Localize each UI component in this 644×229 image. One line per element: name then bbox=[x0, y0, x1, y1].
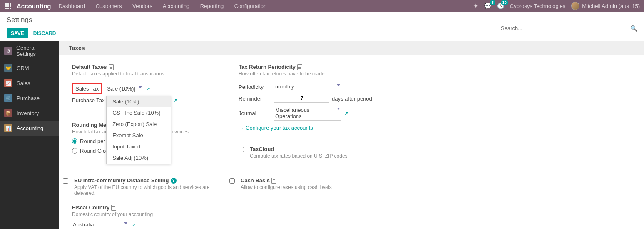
block-title-text: Default Taxes bbox=[72, 64, 107, 70]
arrow-right-icon: → bbox=[239, 125, 244, 131]
fiscal-country-select[interactable]: Australia bbox=[72, 221, 128, 229]
block-desc: How often tax returns have to be made bbox=[239, 71, 397, 77]
section-header-taxes: Taxes bbox=[59, 41, 644, 55]
block-desc: Default taxes applied to local transacti… bbox=[72, 71, 230, 77]
menu-reporting[interactable]: Reporting bbox=[200, 3, 224, 9]
page-title: Settings bbox=[7, 16, 500, 24]
round-globally-radio[interactable] bbox=[72, 148, 77, 154]
sidebar-item-label: General Settings bbox=[16, 45, 55, 57]
eu-distance-checkbox[interactable] bbox=[63, 178, 68, 184]
search-box[interactable]: 🔍 bbox=[500, 23, 637, 33]
periodicity-value: monthly bbox=[275, 83, 294, 90]
journal-label: Journal bbox=[239, 110, 272, 116]
menu-vendors[interactable]: Vendors bbox=[132, 3, 152, 9]
doc-icon[interactable] bbox=[271, 178, 276, 184]
block-title-text: Cash Basis bbox=[241, 177, 270, 184]
fiscal-country-value: Australia bbox=[73, 221, 94, 228]
sidebar-item-label: Accounting bbox=[17, 125, 43, 131]
block-title-text: EU Intra-community Distance Selling bbox=[74, 177, 169, 184]
external-link-icon[interactable]: ↗ bbox=[344, 111, 348, 116]
sidebar-item-inventory[interactable]: 📦Inventory bbox=[0, 106, 59, 121]
user-menu[interactable]: Mitchell Admin (aus_15) bbox=[571, 2, 640, 10]
journal-value: Miscellaneous Operations bbox=[275, 107, 309, 119]
dropdown-option[interactable]: Sale (10%) bbox=[107, 96, 171, 107]
menu-configuration[interactable]: Configuration bbox=[234, 3, 266, 9]
taxcloud-checkbox[interactable] bbox=[239, 147, 244, 152]
company-switcher[interactable]: Cybrosys Technologies bbox=[510, 3, 565, 9]
messaging-badge: 5 bbox=[490, 0, 495, 5]
handshake-icon: 🤝 bbox=[4, 64, 12, 72]
cart-icon: 🛒 bbox=[4, 94, 12, 102]
sidebar-item-purchase[interactable]: 🛒Purchase bbox=[0, 91, 59, 106]
sales-tax-select[interactable]: Sale (10%)| bbox=[106, 85, 143, 93]
activities-icon[interactable]: 🕓30 bbox=[497, 3, 504, 9]
chevron-down-icon bbox=[124, 222, 127, 224]
tax-return-block: Tax Return Periodicity How often tax ret… bbox=[239, 60, 397, 133]
cash-basis-checkbox[interactable] bbox=[229, 178, 235, 184]
reminder-label: Reminder bbox=[239, 96, 272, 102]
search-input[interactable] bbox=[500, 23, 630, 33]
dropdown-option[interactable]: Exempt Sale bbox=[107, 130, 171, 141]
top-menu: Dashboard Customers Vendors Accounting R… bbox=[59, 3, 276, 9]
dropdown-option[interactable]: Input Taxed bbox=[107, 141, 171, 152]
block-title-text: Fiscal Country bbox=[72, 204, 109, 211]
external-link-icon[interactable]: ↗ bbox=[146, 86, 150, 92]
reminder-after-text: days after period bbox=[332, 96, 372, 102]
block-desc: Domestic country of your accounting bbox=[72, 211, 230, 217]
discard-button[interactable]: DISCARD bbox=[33, 30, 56, 36]
sidebar-item-label: Purchase bbox=[17, 95, 40, 101]
configure-tax-accounts-link[interactable]: →Configure your tax accounts bbox=[239, 125, 397, 131]
sidebar-item-crm[interactable]: 🤝CRM bbox=[0, 60, 59, 75]
sidebar-item-sales[interactable]: 📈Sales bbox=[0, 75, 59, 91]
periodicity-select[interactable]: monthly bbox=[274, 83, 341, 91]
menu-accounting[interactable]: Accounting bbox=[163, 3, 189, 9]
doc-icon[interactable] bbox=[109, 64, 114, 70]
fiscal-country-block: Fiscal Country Domestic country of your … bbox=[72, 200, 230, 229]
block-desc: Apply VAT of the EU country to which goo… bbox=[74, 184, 230, 196]
sales-tax-label: Sales Tax bbox=[72, 83, 102, 94]
topbar: Accounting Dashboard Customers Vendors A… bbox=[0, 0, 644, 12]
search-icon[interactable]: 🔍 bbox=[630, 25, 637, 32]
apps-icon[interactable] bbox=[4, 2, 12, 10]
sidebar-item-accounting[interactable]: 📊Accounting bbox=[0, 121, 59, 136]
sidebar-item-label: Inventory bbox=[17, 110, 39, 116]
sales-tax-value: Sale (10%) bbox=[107, 86, 134, 92]
menu-dashboard[interactable]: Dashboard bbox=[59, 3, 85, 9]
help-icon[interactable]: ? bbox=[171, 178, 177, 184]
gear-icon: ⚙ bbox=[4, 47, 12, 55]
block-desc: How total tax am bbox=[72, 129, 109, 135]
doc-icon[interactable] bbox=[297, 64, 302, 70]
chart-icon: 📈 bbox=[4, 79, 12, 87]
purchase-tax-label: Purchase Tax bbox=[72, 97, 105, 103]
box-icon: 📦 bbox=[4, 109, 12, 117]
taxcloud-block: TaxCloud Compute tax rates based on U.S.… bbox=[239, 142, 397, 163]
round-per-line-radio[interactable] bbox=[72, 138, 77, 144]
ledger-icon: 📊 bbox=[4, 124, 12, 132]
chevron-down-icon bbox=[139, 86, 142, 88]
block-desc-after: nvoices bbox=[172, 129, 189, 135]
external-link-icon[interactable]: ↗ bbox=[132, 222, 136, 228]
save-button[interactable]: SAVE bbox=[7, 28, 28, 38]
messaging-icon[interactable]: 💬5 bbox=[484, 3, 491, 9]
sidebar-item-label: Sales bbox=[17, 80, 30, 86]
chevron-down-icon bbox=[337, 108, 340, 110]
chevron-down-icon bbox=[337, 84, 340, 86]
block-desc: Compute tax rates based on U.S. ZIP code… bbox=[250, 153, 348, 159]
external-link-icon[interactable]: ↗ bbox=[173, 98, 177, 103]
settings-sidebar: ⚙General Settings 🤝CRM 📈Sales 🛒Purchase … bbox=[0, 41, 59, 229]
user-name: Mitchell Admin (aus_15) bbox=[582, 3, 640, 9]
dropdown-option[interactable]: Zero (Export) Sale bbox=[107, 118, 171, 130]
journal-select[interactable]: Miscellaneous Operations bbox=[274, 106, 341, 121]
dropdown-option[interactable]: Sale Adj (10%) bbox=[107, 152, 171, 164]
block-title-text: Tax Return Periodicity bbox=[239, 64, 296, 70]
app-brand[interactable]: Accounting bbox=[17, 3, 51, 10]
debug-icon[interactable]: ✦ bbox=[473, 3, 478, 9]
reminder-input[interactable] bbox=[274, 94, 329, 103]
doc-icon[interactable] bbox=[111, 205, 116, 211]
sidebar-item-general-settings[interactable]: ⚙General Settings bbox=[0, 41, 59, 60]
menu-customers[interactable]: Customers bbox=[96, 3, 122, 9]
default-taxes-block: Default Taxes Default taxes applied to l… bbox=[72, 60, 230, 105]
dropdown-option[interactable]: GST Inc Sale (10%) bbox=[107, 107, 171, 118]
block-desc: Allow to configure taxes using cash basi… bbox=[241, 184, 332, 190]
eu-distance-block: EU Intra-community Distance Selling? App… bbox=[63, 173, 230, 200]
